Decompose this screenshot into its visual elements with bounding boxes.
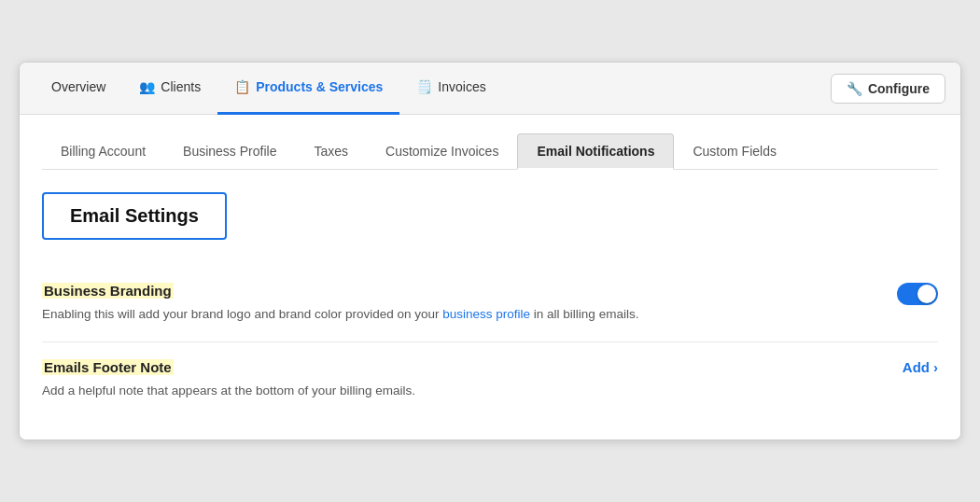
emails-footer-desc: Add a helpful note that appears at the b… bbox=[42, 382, 865, 400]
configure-icon: 🔧 bbox=[847, 81, 862, 96]
tab-taxes[interactable]: Taxes bbox=[295, 134, 367, 170]
tab-custom-fields[interactable]: Custom Fields bbox=[674, 134, 794, 170]
emails-footer-note-row: Emails Footer Note Add a helpful note th… bbox=[42, 342, 938, 417]
add-chevron: › bbox=[933, 359, 938, 375]
business-branding-toggle[interactable] bbox=[897, 283, 938, 305]
business-branding-flex: Business Branding Enabling this will add… bbox=[42, 283, 938, 324]
desc-before: Enabling this will add your brand logo a… bbox=[42, 307, 442, 321]
business-branding-row: Business Branding Enabling this will add… bbox=[42, 266, 938, 342]
add-label: Add bbox=[903, 359, 930, 375]
invoices-label: Invoices bbox=[438, 79, 485, 94]
configure-label: Configure bbox=[868, 81, 930, 96]
clients-label: Clients bbox=[161, 79, 201, 94]
invoices-icon: 🗒️ bbox=[416, 79, 432, 94]
tab-customize-invoices[interactable]: Customize Invoices bbox=[367, 134, 517, 170]
secondary-tabs: Billing Account Business Profile Taxes C… bbox=[42, 133, 938, 170]
products-label: Products & Services bbox=[256, 79, 383, 94]
nav-item-invoices[interactable]: 🗒️ Invoices bbox=[399, 63, 502, 115]
clients-icon: 👥 bbox=[139, 79, 155, 94]
business-branding-desc: Enabling this will add your brand logo a… bbox=[42, 305, 878, 324]
top-nav-items: Overview 👥 Clients 📋 Products & Services… bbox=[35, 63, 831, 115]
tab-business-profile[interactable]: Business Profile bbox=[164, 134, 295, 170]
emails-footer-left: Emails Footer Note Add a helpful note th… bbox=[42, 359, 865, 400]
business-branding-left: Business Branding Enabling this will add… bbox=[42, 283, 878, 324]
email-settings-box: Email Settings bbox=[42, 192, 227, 240]
nav-item-clients[interactable]: 👥 Clients bbox=[122, 63, 217, 115]
configure-button[interactable]: 🔧 Configure bbox=[831, 74, 945, 104]
add-link-container: Add › bbox=[884, 359, 938, 375]
business-branding-title: Business Branding bbox=[42, 283, 174, 299]
emails-footer-flex: Emails Footer Note Add a helpful note th… bbox=[42, 359, 938, 400]
business-profile-link[interactable]: business profile bbox=[442, 307, 530, 321]
desc-after: in all billing emails. bbox=[530, 307, 638, 321]
add-button[interactable]: Add › bbox=[903, 359, 938, 375]
emails-footer-title: Emails Footer Note bbox=[42, 359, 174, 375]
nav-item-products-services[interactable]: 📋 Products & Services bbox=[217, 63, 399, 115]
nav-item-overview[interactable]: Overview bbox=[35, 63, 122, 115]
tab-billing-account[interactable]: Billing Account bbox=[42, 134, 164, 170]
tab-email-notifications[interactable]: Email Notifications bbox=[517, 133, 674, 170]
email-settings-title: Email Settings bbox=[70, 205, 199, 227]
content-area: Billing Account Business Profile Taxes C… bbox=[20, 115, 960, 439]
top-nav: Overview 👥 Clients 📋 Products & Services… bbox=[20, 63, 960, 115]
main-window: Overview 👥 Clients 📋 Products & Services… bbox=[19, 62, 961, 440]
products-icon: 📋 bbox=[234, 79, 250, 94]
toggle-knob bbox=[917, 285, 936, 303]
business-branding-toggle-container bbox=[897, 283, 938, 305]
overview-label: Overview bbox=[51, 79, 105, 94]
